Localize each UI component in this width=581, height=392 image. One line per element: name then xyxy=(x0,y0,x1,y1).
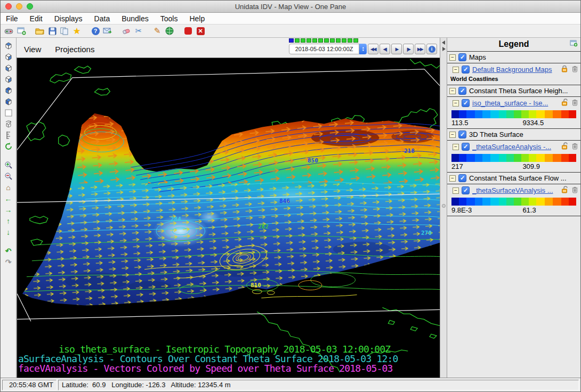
save-bundle-icon[interactable] xyxy=(47,26,58,36)
time-step-strip[interactable] xyxy=(289,38,437,43)
pan-left-icon[interactable]: ← xyxy=(3,193,14,204)
menu-data[interactable]: Data xyxy=(94,14,110,23)
display-link[interactable]: _thetaSurfaceVAnalysis ... xyxy=(472,186,558,194)
view-east-icon[interactable] xyxy=(3,74,14,85)
time-step-square[interactable] xyxy=(330,38,335,43)
colorbar-theta-flow[interactable] xyxy=(451,198,576,206)
support-request-icon[interactable] xyxy=(102,26,113,36)
globe-icon[interactable] xyxy=(164,26,175,36)
time-step-square[interactable] xyxy=(306,38,311,43)
collapse-toggle[interactable]: − xyxy=(449,175,456,182)
time-step-square[interactable] xyxy=(336,38,341,43)
time-step-square[interactable] xyxy=(312,38,317,43)
collapse-left-icon[interactable] xyxy=(442,40,445,45)
visibility-checkbox[interactable]: ✓ xyxy=(462,143,470,151)
display-link[interactable]: _thetaSurfaceAnalysis -... xyxy=(472,143,558,151)
visibility-checkbox[interactable]: ✓ xyxy=(462,99,470,107)
collapse-toggle[interactable]: − xyxy=(453,100,459,107)
pan-up-icon[interactable]: ↑ xyxy=(3,215,14,226)
menu-projections[interactable]: Projections xyxy=(55,45,94,54)
auto-rotate-icon[interactable] xyxy=(3,141,14,152)
open-bundle-icon[interactable] xyxy=(35,26,45,36)
new-window-icon[interactable] xyxy=(16,26,27,36)
rotate-view-icon[interactable] xyxy=(3,118,14,129)
step-forward-button[interactable]: |▶ xyxy=(403,44,414,54)
visibility-checkbox[interactable]: ✓ xyxy=(458,87,466,95)
trash-icon[interactable] xyxy=(571,99,578,108)
map-3d-canvas[interactable]: 218 850 846 284 282 810 270 iso_theta_su… xyxy=(17,58,440,378)
display-link[interactable]: Default Background Maps xyxy=(472,66,558,74)
step-back-button[interactable]: ◀| xyxy=(380,44,390,54)
cut-icon[interactable]: ✂ xyxy=(133,26,144,36)
lock-open-icon[interactable] xyxy=(561,99,568,108)
menu-view[interactable]: View xyxy=(24,45,41,54)
collapse-toggle[interactable]: − xyxy=(449,132,456,138)
time-step-square[interactable] xyxy=(342,38,346,43)
minimize-window-button[interactable] xyxy=(16,3,22,10)
collapse-toggle[interactable]: − xyxy=(453,144,459,150)
collapse-toggle[interactable]: − xyxy=(449,54,456,61)
cancel-loads-icon[interactable] xyxy=(183,26,193,36)
view-west-icon[interactable] xyxy=(3,85,14,96)
vertical-scale-icon[interactable] xyxy=(3,129,14,141)
lock-open-icon[interactable] xyxy=(561,142,568,151)
pan-down-icon[interactable]: ↓ xyxy=(3,226,14,238)
collapse-toggle[interactable]: − xyxy=(453,67,459,73)
time-step-square[interactable] xyxy=(295,38,300,43)
visibility-checkbox[interactable]: ✓ xyxy=(458,174,466,182)
home-view-icon[interactable]: ⌂ xyxy=(3,182,14,193)
display-link[interactable]: iso_theta_surface - Ise... xyxy=(472,99,558,107)
undo-icon[interactable]: ↶ xyxy=(3,245,14,256)
help-icon[interactable]: ? xyxy=(90,26,101,36)
trash-icon[interactable] xyxy=(571,142,578,151)
view-north-icon[interactable] xyxy=(3,62,14,74)
visibility-checkbox[interactable]: ✓ xyxy=(458,53,466,61)
lock-closed-icon[interactable] xyxy=(561,65,568,74)
time-step-square[interactable] xyxy=(348,38,352,43)
menu-edit[interactable]: Edit xyxy=(30,14,43,23)
menu-help[interactable]: Help xyxy=(189,14,205,23)
copy-icon[interactable] xyxy=(59,26,70,36)
trash-icon[interactable] xyxy=(571,65,578,74)
visibility-checkbox[interactable]: ✓ xyxy=(458,130,466,138)
reset-box-icon[interactable] xyxy=(3,107,14,118)
time-info-button[interactable]: i xyxy=(426,44,437,54)
view-perspective-icon[interactable] xyxy=(3,96,14,107)
splitter-grip[interactable] xyxy=(442,204,446,208)
redo-icon[interactable]: ↷ xyxy=(3,256,14,267)
view-bottom-icon[interactable] xyxy=(3,51,14,62)
time-spinner[interactable]: ▲▼ xyxy=(359,44,367,54)
trash-icon[interactable] xyxy=(571,186,578,195)
collapse-toggle[interactable]: − xyxy=(453,187,459,194)
time-step-square-active[interactable] xyxy=(289,38,294,43)
time-step-square[interactable] xyxy=(301,38,305,43)
dashboard-icon[interactable] xyxy=(4,26,14,36)
visibility-checkbox[interactable]: ✓ xyxy=(462,66,470,74)
lock-open-icon[interactable] xyxy=(561,186,568,195)
time-select-dropdown[interactable]: 2018-05-03 12:00:00Z xyxy=(289,44,359,54)
play-button[interactable]: ▶ xyxy=(391,44,402,54)
float-legend-icon[interactable] xyxy=(570,40,578,48)
time-step-square[interactable] xyxy=(353,38,358,43)
edit-icon[interactable]: ✎ xyxy=(152,26,163,36)
go-first-button[interactable]: ◀◀ xyxy=(368,44,378,54)
visibility-checkbox[interactable]: ✓ xyxy=(462,186,470,194)
exit-icon[interactable]: ✕ xyxy=(195,26,206,36)
menu-file[interactable]: File xyxy=(6,14,18,23)
menu-bundles[interactable]: Bundles xyxy=(122,14,149,23)
menu-displays[interactable]: Displays xyxy=(54,14,83,23)
go-last-button[interactable]: ▶▶ xyxy=(415,44,425,54)
remove-displays-icon[interactable] xyxy=(121,26,132,36)
colorbar-theta-height[interactable] xyxy=(451,110,576,118)
zoom-in-icon[interactable] xyxy=(3,159,14,170)
collapse-toggle[interactable]: − xyxy=(449,88,456,94)
view-top-icon[interactable] xyxy=(3,40,14,51)
time-step-square[interactable] xyxy=(318,38,323,43)
legend-splitter[interactable] xyxy=(440,38,447,378)
colorbar-3d-theta[interactable] xyxy=(451,154,576,162)
favorites-icon[interactable]: ★ xyxy=(71,26,82,36)
close-window-button[interactable] xyxy=(5,3,12,10)
menu-tools[interactable]: Tools xyxy=(160,14,178,23)
pan-right-icon[interactable]: → xyxy=(3,204,14,215)
zoom-out-icon[interactable] xyxy=(3,170,14,182)
